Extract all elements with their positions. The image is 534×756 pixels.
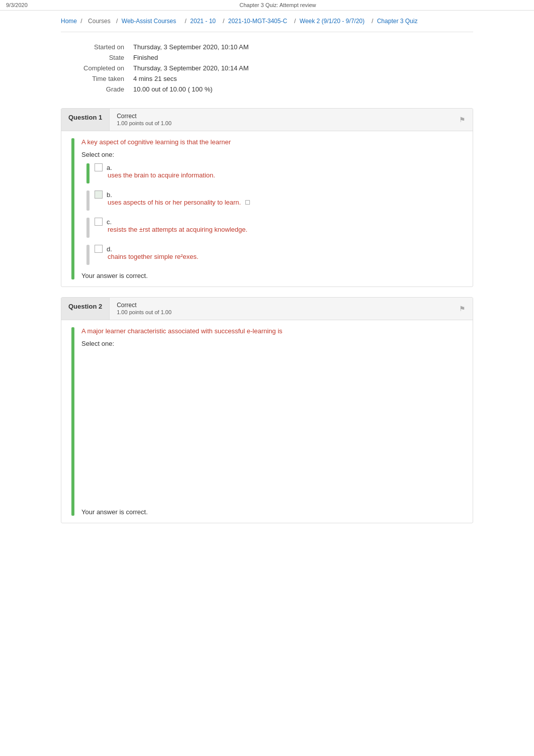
answer-letter-1d: d. xyxy=(107,245,112,253)
checkbox-1d xyxy=(95,245,103,253)
question-text-1: A key aspect of cognitive learning is th… xyxy=(81,138,463,146)
answer-option-1d: d. chains together simple re²exes. xyxy=(81,245,463,265)
feedback-1: Your answer is correct. xyxy=(81,272,463,279)
question-block-2: Question 2 Correct1.00 points out of 1.0… xyxy=(61,297,473,523)
answer-letter-1a: a. xyxy=(107,164,112,171)
question-header-2: Question 2 Correct1.00 points out of 1.0… xyxy=(61,298,473,320)
question-points-correct-1: Correct1.00 points out of 1.00 xyxy=(117,113,171,127)
state-value: Finished xyxy=(133,54,249,63)
breadcrumb-week2[interactable]: Week 2 (9/1/20 - 9/7/20) xyxy=(300,18,365,25)
answer-left-stripe-1d xyxy=(86,245,90,265)
state-label: State xyxy=(62,54,132,63)
answer-option-1b: b. uses aspects of his or her personalit… xyxy=(81,191,463,211)
question-number-box-1: Question 1 xyxy=(61,109,110,131)
started-on-value: Thursday, 3 September 2020, 10:10 AM xyxy=(133,43,249,53)
answer-text-1c: resists the ±rst attempts at acquiring k… xyxy=(108,226,463,233)
date-label: 9/3/2020 xyxy=(6,2,28,8)
breadcrumb: Home / Courses / Web-Assist Courses / 20… xyxy=(61,11,473,32)
feedback-icon-1b: ☐ xyxy=(245,199,250,206)
question-block-1: Question 1 Correct1.00 points out of 1.0… xyxy=(61,108,473,287)
started-on-label: Started on xyxy=(62,43,132,53)
answer-option-1c: c. resists the ±rst attempts at acquirin… xyxy=(81,218,463,238)
answer-text-1d: chains together simple re²exes. xyxy=(108,253,463,260)
question-header-1: Question 1 Correct1.00 points out of 1.0… xyxy=(61,109,473,131)
breadcrumb-chapter3quiz[interactable]: Chapter 3 Quiz xyxy=(377,18,418,25)
question-left-stripe-1 xyxy=(71,138,74,279)
answer-left-stripe-1c xyxy=(86,218,90,238)
breadcrumb-home[interactable]: Home xyxy=(61,18,77,25)
flag-icon-1[interactable]: ⚑ xyxy=(459,116,466,124)
answer-letter-1c: c. xyxy=(107,218,112,226)
question-number-box-2: Question 2 xyxy=(61,298,110,320)
checkbox-1c xyxy=(95,218,103,226)
question-left-stripe-2 xyxy=(71,327,74,516)
breadcrumb-web-assist[interactable]: Web-Assist Courses xyxy=(122,18,176,25)
completed-on-value: Thursday, 3 September 2020, 10:14 AM xyxy=(133,64,249,74)
answer-left-stripe-1a xyxy=(86,163,90,183)
answer-letter-1b: b. xyxy=(107,191,112,199)
checkbox-1a xyxy=(95,163,103,171)
time-taken-label: Time taken xyxy=(62,75,132,84)
feedback-2: Your answer is correct. xyxy=(81,508,463,516)
select-one-label-1: Select one: xyxy=(81,151,463,158)
grade-label: Grade xyxy=(62,85,132,95)
answer-text-1a: uses the brain to acquire information. xyxy=(108,171,463,179)
breadcrumb-2021-10[interactable]: 2021 - 10 xyxy=(190,18,216,25)
checkbox-1b xyxy=(95,191,103,199)
flag-icon-2[interactable]: ⚑ xyxy=(459,305,466,313)
select-one-label-2: Select one: xyxy=(81,340,463,347)
grade-value: 10.00 out of 10.00 ( 100 %) xyxy=(133,85,249,95)
completed-on-label: Completed on xyxy=(62,64,132,74)
answers-placeholder-2 xyxy=(81,352,463,503)
breadcrumb-courses: Courses xyxy=(88,18,111,25)
info-table: Started on Thursday, 3 September 2020, 1… xyxy=(61,42,250,96)
answer-text-1b: uses aspects of his or her personality t… xyxy=(108,199,241,206)
question-body-1: A key aspect of cognitive learning is th… xyxy=(61,131,473,287)
top-bar: 9/3/2020 Chapter 3 Quiz: Attempt review xyxy=(0,0,534,11)
answer-option-1a: a. uses the brain to acquire information… xyxy=(81,163,463,183)
question-points-correct-2: Correct1.00 points out of 1.00 xyxy=(117,302,171,316)
time-taken-value: 4 mins 21 secs xyxy=(133,75,249,84)
breadcrumb-course-id[interactable]: 2021-10-MGT-3405-C xyxy=(228,18,287,25)
question-body-2: A major learner characteristic associate… xyxy=(61,320,473,523)
page-title-inline: Chapter 3 Quiz: Attempt review xyxy=(28,2,528,8)
attempt-info-section: Started on Thursday, 3 September 2020, 1… xyxy=(61,42,473,96)
answer-left-stripe-1b xyxy=(86,191,90,211)
question-text-2: A major learner characteristic associate… xyxy=(81,327,463,335)
